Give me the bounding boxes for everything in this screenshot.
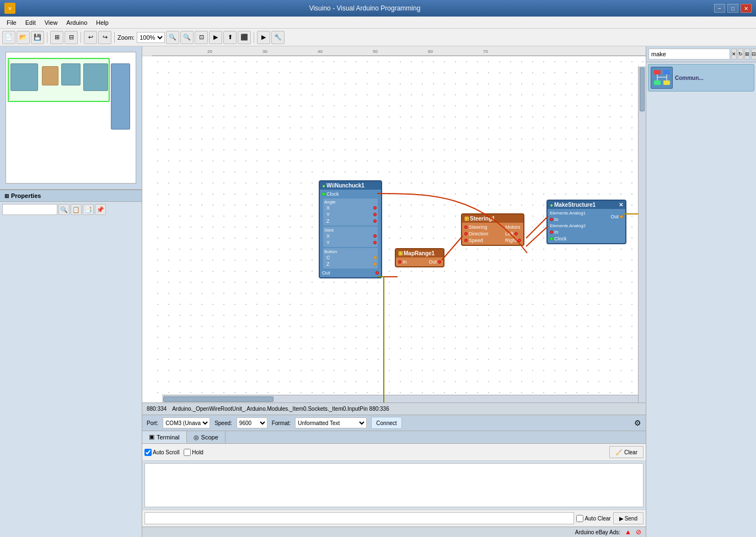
connect-button[interactable]: Connect xyxy=(371,417,401,429)
maprange-out-group: Out xyxy=(428,259,441,265)
wiinunchuck-sx-dot[interactable] xyxy=(373,234,377,238)
canvas-wrapper[interactable]: 20 30 40 50 60 70 20 30 40 xyxy=(142,46,646,402)
toolbar-sep1 xyxy=(47,32,47,43)
prop-btn1[interactable]: 🔍 xyxy=(58,204,69,215)
steering-right-dot[interactable] xyxy=(518,239,521,242)
makestructure-in2-dot[interactable] xyxy=(550,230,553,234)
canvas-scrollbar-v[interactable] xyxy=(638,66,646,402)
palette-item-commun[interactable]: Commun... xyxy=(648,64,754,92)
undo-button[interactable]: ↩ xyxy=(84,31,97,44)
close-button[interactable]: ✕ xyxy=(741,4,752,13)
palette-grid-btn[interactable]: ⊟ xyxy=(751,49,756,60)
tab-scope[interactable]: ◎ Scope xyxy=(187,431,226,443)
wiinunchuck-x-dot[interactable] xyxy=(373,206,377,210)
auto-clear-checkbox[interactable] xyxy=(576,515,583,522)
steering-title: Steering1 xyxy=(470,216,495,222)
properties-title: Properties xyxy=(11,192,41,199)
restore-button[interactable]: □ xyxy=(727,4,738,13)
maprange-in-dot[interactable] xyxy=(398,260,401,264)
tab-terminal[interactable]: ▣ Terminal xyxy=(142,431,187,443)
palette-refresh-btn[interactable]: ↻ xyxy=(738,49,743,60)
open-button[interactable]: 📂 xyxy=(17,31,30,44)
palette-search-input[interactable] xyxy=(648,49,730,60)
steering-component[interactable]: ⊞ Steering1 Steering xyxy=(461,213,524,246)
menu-file[interactable]: File xyxy=(2,18,21,27)
speed-select[interactable]: 9600 115200 xyxy=(237,417,267,428)
menu-help[interactable]: Help xyxy=(92,18,113,27)
terminal-scrollbar[interactable] xyxy=(606,0,614,537)
makestructure-component[interactable]: ⬥ MakeStructure1 ✕ Elements.Analog1 xyxy=(546,200,626,244)
save-button[interactable]: 💾 xyxy=(31,31,44,44)
maprange-in-group: In xyxy=(398,259,407,265)
makestructure-close-icon[interactable]: ✕ xyxy=(619,202,623,208)
palette-expand-btn[interactable]: ⊞ xyxy=(744,49,750,60)
maprange-out-label: Out xyxy=(428,259,437,265)
wiinunchuck-x-label: X xyxy=(324,205,330,211)
steering-speed-dot[interactable] xyxy=(464,239,468,242)
compile-button[interactable]: ▶ xyxy=(209,31,222,44)
wiinunchuck-out-dot[interactable] xyxy=(376,271,379,275)
prop-btn4[interactable]: 📌 xyxy=(95,204,106,215)
ads-icon2[interactable]: ⊘ xyxy=(636,528,641,536)
vscroll-thumb[interactable] xyxy=(640,67,645,111)
makestructure-clock-dot[interactable] xyxy=(550,237,553,240)
zoom-select[interactable]: 100% 50% 75% 125% 150% xyxy=(137,32,165,43)
maprange-out-dot[interactable] xyxy=(438,260,441,264)
prop-btn3[interactable]: 📑 xyxy=(83,204,94,215)
upload-button[interactable]: ⬆ xyxy=(223,31,237,44)
hold-checkbox[interactable] xyxy=(184,449,191,456)
steering-right-row: Right xyxy=(505,237,521,244)
maprange-component[interactable]: ⊞ MapRange1 In Out xyxy=(395,248,444,267)
makestructure-in1-dot[interactable] xyxy=(550,218,553,221)
zoom-out-button[interactable]: 🔍 xyxy=(180,31,194,44)
steering-steering-dot[interactable] xyxy=(464,225,468,229)
canvas[interactable]: 20 30 40 xyxy=(152,56,646,402)
wiinunchuck-z-dot[interactable] xyxy=(373,219,377,223)
palette-search-btn[interactable]: ✕ xyxy=(731,49,737,60)
wiinunchuck-bz-dot[interactable] xyxy=(373,262,377,266)
wiinunchuck-bc-dot[interactable] xyxy=(373,256,377,259)
port-select[interactable]: COM3 (Unava xyxy=(163,417,210,428)
build-button[interactable]: 🔧 xyxy=(271,31,285,44)
toolbar-sep4 xyxy=(254,32,254,43)
redo-button[interactable]: ↪ xyxy=(98,31,111,44)
wiinunchuck-component[interactable]: ⬥ WiiNunchuck1 Clock Angle X xyxy=(319,180,382,278)
clear-button[interactable]: 🧹 Clear xyxy=(609,446,644,458)
bottom-panel: Port: COM3 (Unava Speed: 9600 115200 For… xyxy=(142,415,646,537)
hold-wrap[interactable]: Hold xyxy=(184,449,203,456)
new-button[interactable]: 📄 xyxy=(2,31,15,44)
hscroll-thumb[interactable] xyxy=(163,396,274,402)
prop-btn2[interactable]: 📋 xyxy=(71,204,82,215)
menu-view[interactable]: View xyxy=(40,18,62,27)
serial-settings-icon[interactable]: ⚙ xyxy=(634,418,641,427)
send-input[interactable] xyxy=(144,512,574,524)
snap-button[interactable]: ⊟ xyxy=(65,31,78,44)
properties-search[interactable] xyxy=(2,204,57,215)
makestructure-out-dot[interactable] xyxy=(620,215,623,218)
auto-scroll-checkbox[interactable] xyxy=(144,449,152,456)
menu-arduino[interactable]: Arduino xyxy=(62,18,92,27)
wiinunchuck-y-dot[interactable] xyxy=(373,213,377,216)
stop-button[interactable]: ⬛ xyxy=(238,31,251,44)
menubar: File Edit View Arduino Help xyxy=(0,17,756,29)
steering-speed-label: Speed xyxy=(469,238,483,243)
run-button[interactable]: ▶ xyxy=(257,31,270,44)
menu-edit[interactable]: Edit xyxy=(21,18,40,27)
wiinunchuck-stick-section: Stick X Y xyxy=(323,227,378,247)
toggle-grid-button[interactable]: ⊞ xyxy=(50,31,63,44)
send-button[interactable]: ▶ Send xyxy=(613,512,644,524)
canvas-scrollbar-h[interactable] xyxy=(162,395,638,402)
auto-scroll-wrap[interactable]: Auto Scroll xyxy=(144,449,179,456)
wiinunchuck-sy-dot[interactable] xyxy=(373,241,377,244)
terminal-content xyxy=(144,463,644,507)
zoom-in-button[interactable]: 🔍 xyxy=(166,31,179,44)
zoom-fit-button[interactable]: ⊡ xyxy=(195,31,208,44)
properties-header: ⊞ Properties xyxy=(0,190,142,202)
format-select[interactable]: Unformatted Text xyxy=(295,417,367,428)
steering-direction-dot[interactable] xyxy=(464,232,468,235)
ads-icon1[interactable]: ▲ xyxy=(625,528,631,536)
minimize-button[interactable]: − xyxy=(714,4,725,13)
steering-left-label: Left xyxy=(505,231,513,237)
steering-left-dot[interactable] xyxy=(514,232,518,235)
wiinunchuck-clock-dot[interactable] xyxy=(322,192,325,196)
